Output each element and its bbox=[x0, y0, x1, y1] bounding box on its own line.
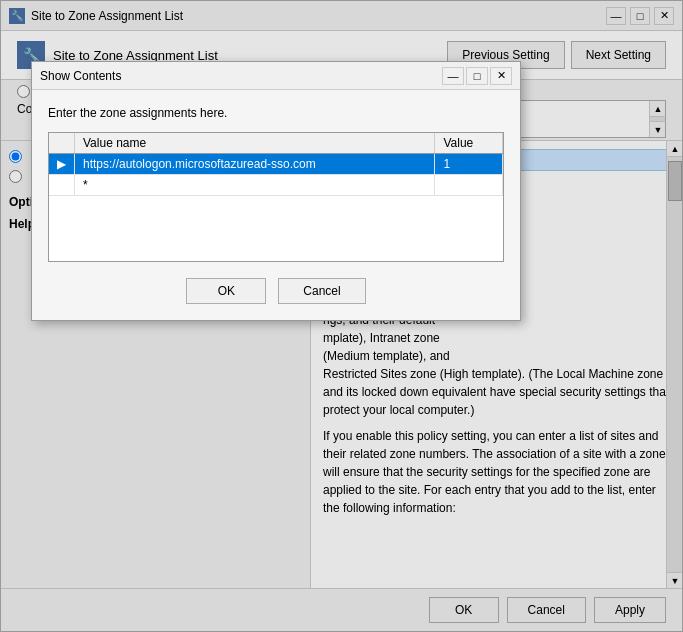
dialog-minimize-button[interactable]: — bbox=[442, 67, 464, 85]
row-value: 1 bbox=[435, 154, 503, 175]
table-col-value: Value bbox=[435, 133, 503, 154]
row-value-name: https://autologon.microsoftazuread-sso.c… bbox=[75, 154, 435, 175]
table-header-row: Value name Value bbox=[49, 133, 503, 154]
dialog-cancel-button[interactable]: Cancel bbox=[278, 278, 365, 304]
dialog-instruction: Enter the zone assignments here. bbox=[48, 106, 504, 120]
dialog-close-button[interactable]: ✕ bbox=[490, 67, 512, 85]
dialog-title: Show Contents bbox=[40, 69, 121, 83]
zone-table: Value name Value ▶ https://autologon.mic… bbox=[49, 133, 503, 196]
dialog-title-controls: — □ ✕ bbox=[442, 67, 512, 85]
table-row[interactable]: * bbox=[49, 175, 503, 196]
table-col-arrow bbox=[49, 133, 75, 154]
dialog-ok-button[interactable]: OK bbox=[186, 278, 266, 304]
row-star: * bbox=[75, 175, 435, 196]
dialog-action-row: OK Cancel bbox=[48, 278, 504, 304]
zone-table-container: Value name Value ▶ https://autologon.mic… bbox=[48, 132, 504, 262]
dialog-overlay: Show Contents — □ ✕ Enter the zone assig… bbox=[1, 1, 682, 631]
row-empty-value bbox=[435, 175, 503, 196]
dialog-title-bar: Show Contents — □ ✕ bbox=[32, 62, 520, 90]
table-col-value-name: Value name bbox=[75, 133, 435, 154]
dialog-maximize-button[interactable]: □ bbox=[466, 67, 488, 85]
main-window: 🔧 Site to Zone Assignment List — □ ✕ 🔧 S… bbox=[0, 0, 683, 632]
row-arrow-cell: ▶ bbox=[49, 154, 75, 175]
row-empty-arrow bbox=[49, 175, 75, 196]
show-contents-dialog: Show Contents — □ ✕ Enter the zone assig… bbox=[31, 61, 521, 321]
table-row[interactable]: ▶ https://autologon.microsoftazuread-sso… bbox=[49, 154, 503, 175]
dialog-content: Enter the zone assignments here. Value n… bbox=[32, 90, 520, 320]
